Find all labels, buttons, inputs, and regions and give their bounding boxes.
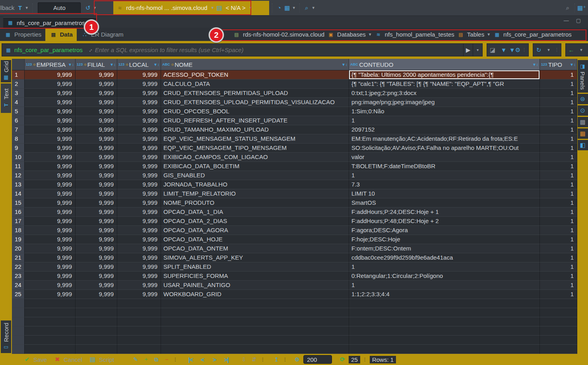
- empty-cell[interactable]: [25, 299, 76, 308]
- cell-local[interactable]: 9,999: [117, 189, 161, 198]
- cell-tipo[interactable]: 1: [540, 80, 577, 89]
- cell-tipo[interactable]: 1: [540, 153, 577, 162]
- cell-conteudo[interactable]: cddbac0cee299f9d259bf9e6ade41aca: [349, 253, 540, 262]
- empty-cell[interactable]: [25, 308, 76, 317]
- back-chevron-down-icon[interactable]: ▾: [578, 47, 584, 52]
- cell-filial[interactable]: 9,999: [76, 153, 117, 162]
- commit-mode-chevron-down-icon[interactable]: ▾: [24, 5, 29, 10]
- schema-chevron-down-icon[interactable]: ▾: [248, 5, 254, 10]
- erase-filter-icon[interactable]: ◪: [489, 46, 497, 54]
- cell-filial[interactable]: 9,999: [76, 244, 117, 253]
- empty-cell[interactable]: [25, 345, 76, 354]
- cell-empresa[interactable]: 9,999: [25, 253, 76, 262]
- more-options-icon[interactable]: ⋮: [283, 357, 287, 362]
- cell-empresa[interactable]: 9,999: [25, 208, 76, 217]
- row-number-cell[interactable]: [12, 345, 25, 354]
- tab-data[interactable]: ▤ Data: [45, 28, 77, 41]
- row-number-cell[interactable]: 17: [12, 217, 25, 226]
- cell-filial[interactable]: 9,999: [76, 226, 117, 235]
- cell-filial[interactable]: 9,999: [76, 262, 117, 272]
- cell-empresa[interactable]: 9,999: [25, 144, 76, 153]
- cell-empresa[interactable]: 9,999: [25, 89, 76, 98]
- cell-local[interactable]: 9,999: [117, 281, 161, 290]
- new-table-icon[interactable]: ▦⁺: [578, 4, 586, 12]
- column-header-conteudo[interactable]: ABCCONTEUDO▼↕: [349, 59, 540, 70]
- cell-nome[interactable]: EXIBICAO_DATA_BOLETIM: [161, 162, 349, 171]
- row-number-cell[interactable]: [12, 299, 25, 308]
- cell-conteudo[interactable]: 7.3: [349, 180, 540, 189]
- column-filter-sort-icon[interactable]: ▼↕: [153, 62, 159, 67]
- cell-local[interactable]: 9,999: [117, 70, 161, 80]
- empty-cell[interactable]: [161, 336, 349, 345]
- cell-empresa[interactable]: 9,999: [25, 189, 76, 198]
- filter-settings-icon[interactable]: ▼⚙: [511, 46, 519, 54]
- cell-nome[interactable]: GIS_ENABLED: [161, 171, 349, 180]
- empty-cell[interactable]: [76, 326, 117, 336]
- row-number-cell[interactable]: 10: [12, 153, 25, 162]
- cell-filial[interactable]: 9,999: [76, 107, 117, 116]
- cell-conteudo[interactable]: SmartOS: [349, 198, 540, 208]
- transaction-log-icon[interactable]: ↺: [84, 4, 92, 12]
- sql-filter-input[interactable]: [95, 47, 463, 53]
- row-number-cell[interactable]: 11: [12, 162, 25, 171]
- cell-conteudo[interactable]: F:hoje;DESC:Hoje: [349, 235, 540, 244]
- export-data-icon[interactable]: ↥: [272, 355, 280, 363]
- rollback-button[interactable]: llback: [0, 4, 16, 11]
- empty-cell[interactable]: [540, 326, 577, 336]
- cell-filial[interactable]: 9,999: [76, 217, 117, 226]
- cell-conteudo[interactable]: {¶ "Tabela: Ultimos 2000 apontamentos pe…: [349, 70, 540, 80]
- cell-conteudo[interactable]: T:BOLETIM;F:dateTimeDBtoBR: [349, 162, 540, 171]
- previous-row-button[interactable]: <: [198, 356, 207, 363]
- empty-cell[interactable]: [117, 299, 161, 308]
- cell-nome[interactable]: CRUD_OPCOES_BOOL: [161, 107, 349, 116]
- cell-conteudo[interactable]: {¶ "calc1": {¶ "TABLES": [¶ {¶ "NAME": "…: [349, 80, 540, 89]
- cell-local[interactable]: 9,999: [117, 180, 161, 189]
- cell-tipo[interactable]: 1: [540, 134, 577, 144]
- tab-panels[interactable]: ◨ Panels: [578, 60, 588, 93]
- cell-local[interactable]: 9,999: [117, 144, 161, 153]
- commit-mode-icon[interactable]: T: [16, 4, 24, 12]
- cell-empresa[interactable]: 9,999: [25, 226, 76, 235]
- empty-cell[interactable]: [161, 317, 349, 326]
- cell-filial[interactable]: 9,999: [76, 253, 117, 262]
- empty-cell[interactable]: [349, 299, 540, 308]
- empty-cell[interactable]: [117, 336, 161, 345]
- empty-cell[interactable]: [349, 317, 540, 326]
- row-number-cell[interactable]: [12, 326, 25, 336]
- cell-conteudo[interactable]: 1: [349, 116, 540, 125]
- empty-cell[interactable]: [117, 326, 161, 336]
- edit-row-icon[interactable]: ✎: [132, 355, 140, 363]
- cell-tipo[interactable]: 1: [540, 107, 577, 116]
- cell-empresa[interactable]: 9,999: [25, 272, 76, 281]
- cell-nome[interactable]: SUPERFICIES_FORMA: [161, 272, 349, 281]
- cell-filial[interactable]: 9,999: [76, 134, 117, 144]
- row-number-cell[interactable]: 9: [12, 144, 25, 153]
- empty-cell[interactable]: [117, 345, 161, 354]
- fetch-size-input[interactable]: [303, 355, 332, 364]
- cell-empresa[interactable]: 9,999: [25, 98, 76, 107]
- fetch-all-rows-icon[interactable]: ⇵: [250, 355, 258, 363]
- cell-nome[interactable]: USAR_PAINEL_ANTIGO: [161, 281, 349, 290]
- empty-cell[interactable]: [117, 308, 161, 317]
- cell-tipo[interactable]: 1: [540, 235, 577, 244]
- cell-tipo[interactable]: 1: [540, 125, 577, 134]
- cell-local[interactable]: 9,999: [117, 198, 161, 208]
- cell-empresa[interactable]: 9,999: [25, 244, 76, 253]
- cell-local[interactable]: 9,999: [117, 162, 161, 171]
- cell-tipo[interactable]: 1: [540, 244, 577, 253]
- cell-local[interactable]: 9,999: [117, 272, 161, 281]
- cell-local[interactable]: 9,999: [117, 235, 161, 244]
- cell-empresa[interactable]: 9,999: [25, 180, 76, 189]
- cell-empresa[interactable]: 9,999: [25, 281, 76, 290]
- cell-tipo[interactable]: 1: [540, 171, 577, 180]
- cell-empresa[interactable]: 9,999: [25, 217, 76, 226]
- search-objects-icon[interactable]: ⌕: [303, 4, 310, 12]
- save-filter-icon[interactable]: ▼: [500, 46, 508, 54]
- row-number-cell[interactable]: 25: [12, 290, 25, 299]
- projects-chevron-down-icon[interactable]: ▾: [291, 5, 297, 10]
- column-filter-sort-icon[interactable]: ▼↕: [532, 62, 538, 67]
- cell-empresa[interactable]: 9,999: [25, 70, 76, 80]
- dashboard-gauge-icon[interactable]: ◔: [275, 4, 283, 12]
- next-row-button[interactable]: >: [210, 356, 219, 363]
- cell-conteudo[interactable]: SO:Solicitação;AV:Aviso;FA:Falha no apar…: [349, 144, 540, 153]
